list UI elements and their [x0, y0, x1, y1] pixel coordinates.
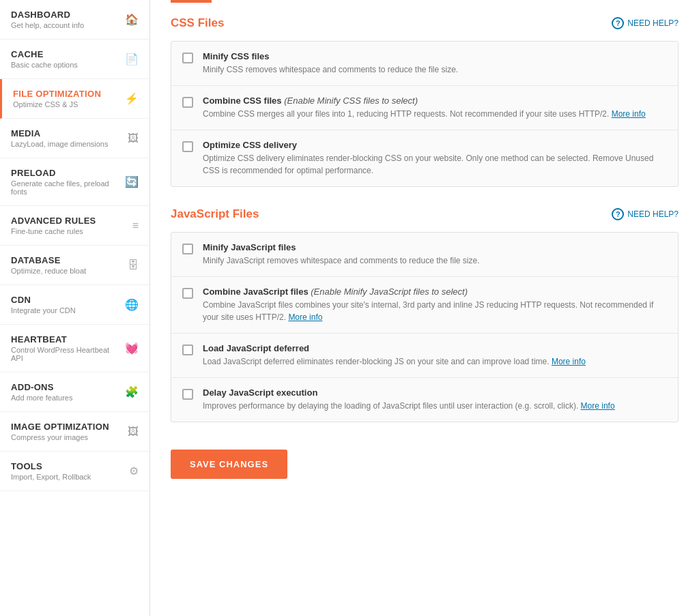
sidebar-icon-preload: 🔄: [125, 175, 139, 188]
sidebar-sub-file-optimization: Optimize CSS & JS: [13, 100, 119, 108]
sidebar-item-media[interactable]: MEDIA LazyLoad, image dimensions 🖼: [0, 119, 149, 158]
sidebar-item-image-optimization[interactable]: IMAGE OPTIMIZATION Compress your images …: [0, 412, 149, 452]
option-row-combine-css: Combine CSS files (Enable Minify CSS fil…: [171, 86, 678, 130]
more-info-link-delay-js[interactable]: More info: [581, 401, 615, 411]
sidebar-title-heartbeat: HEARTBEAT: [11, 334, 119, 344]
more-info-link-combine-css[interactable]: More info: [612, 109, 646, 119]
option-title-combine-css: Combine CSS files (Enable Minify CSS fil…: [203, 96, 646, 106]
css-need-help-link[interactable]: ? NEED HELP?: [612, 17, 679, 29]
option-desc-combine-js: Combine JavaScript files combines your s…: [203, 299, 667, 323]
css-section: CSS Files ? NEED HELP? Minify CSS files …: [171, 16, 679, 187]
sidebar-title-media: MEDIA: [11, 128, 122, 138]
main-content: CSS Files ? NEED HELP? Minify CSS files …: [150, 0, 699, 616]
sidebar-sub-database: Optimize, reduce bloat: [11, 267, 122, 275]
option-title-minify-js: Minify JavaScript files: [203, 242, 480, 252]
more-info-link-combine-js[interactable]: More info: [288, 312, 322, 322]
sidebar-title-file-optimization: FILE OPTIMIZATION: [13, 89, 119, 99]
js-section-title: JavaScript Files: [171, 207, 259, 221]
sidebar-item-dashboard[interactable]: DASHBOARD Get help, account info 🏠: [0, 0, 149, 40]
more-info-link-load-js-deferred[interactable]: More info: [552, 357, 586, 366]
option-row-delay-js: Delay JavaScript execution Improves perf…: [171, 378, 678, 422]
sidebar-title-cdn: CDN: [11, 295, 119, 305]
js-section: JavaScript Files ? NEED HELP? Minify Jav…: [171, 207, 679, 422]
option-desc-optimize-css-delivery: Optimize CSS delivery eliminates render-…: [203, 152, 667, 177]
sidebar-item-file-optimization[interactable]: FILE OPTIMIZATION Optimize CSS & JS ⚡: [0, 79, 149, 119]
option-row-load-js-deferred: Load JavaScript deferred Load JavaScript…: [171, 334, 678, 378]
option-desc-delay-js: Improves performance by delaying the loa…: [203, 400, 615, 412]
sidebar-icon-heartbeat: 💓: [125, 342, 139, 355]
sidebar-item-cdn[interactable]: CDN Integrate your CDN 🌐: [0, 285, 149, 325]
sidebar-icon-add-ons: 🧩: [125, 385, 139, 398]
sidebar-sub-preload: Generate cache files, preload fonts: [11, 179, 119, 196]
sidebar-item-heartbeat[interactable]: HEARTBEAT Control WordPress Heartbeat AP…: [0, 325, 149, 372]
need-help-icon: ?: [612, 17, 624, 29]
checkbox-delay-js[interactable]: [182, 389, 193, 400]
sidebar-sub-media: LazyLoad, image dimensions: [11, 140, 122, 148]
sidebar-icon-dashboard: 🏠: [125, 13, 139, 26]
sidebar-title-add-ons: ADD-ONS: [11, 382, 119, 392]
sidebar-title-dashboard: DASHBOARD: [11, 10, 119, 20]
js-need-help-label: NEED HELP?: [627, 209, 679, 219]
sidebar-icon-advanced-rules: ≡: [132, 220, 139, 232]
sidebar-title-cache: CACHE: [11, 49, 119, 59]
sidebar-icon-tools: ⚙: [129, 465, 139, 478]
option-row-minify-css: Minify CSS files Minify CSS removes whit…: [171, 42, 678, 86]
sidebar-sub-heartbeat: Control WordPress Heartbeat API: [11, 346, 119, 362]
sidebar-item-cache[interactable]: CACHE Basic cache options 📄: [0, 40, 149, 79]
checkbox-load-js-deferred[interactable]: [182, 344, 193, 355]
need-help-icon-js: ?: [612, 208, 624, 220]
sidebar-item-database[interactable]: DATABASE Optimize, reduce bloat 🗄: [0, 246, 149, 285]
sidebar-sub-image-optimization: Compress your images: [11, 433, 122, 441]
checkbox-optimize-css-delivery[interactable]: [182, 141, 193, 152]
sidebar-icon-image-optimization: 🖼: [128, 426, 139, 438]
sidebar-title-image-optimization: IMAGE OPTIMIZATION: [11, 422, 122, 432]
sidebar-item-advanced-rules[interactable]: ADVANCED RULES Fine-tune cache rules ≡: [0, 206, 149, 246]
css-section-title: CSS Files: [171, 16, 224, 30]
sidebar-title-advanced-rules: ADVANCED RULES: [11, 216, 127, 226]
sidebar-sub-cdn: Integrate your CDN: [11, 306, 119, 314]
checkbox-combine-js[interactable]: [182, 288, 193, 299]
js-need-help-link[interactable]: ? NEED HELP?: [612, 208, 679, 220]
sidebar-sub-add-ons: Add more features: [11, 394, 119, 402]
sidebar-title-tools: TOOLS: [11, 461, 124, 471]
option-desc-combine-css: Combine CSS merges all your files into 1…: [203, 108, 646, 120]
sidebar: DASHBOARD Get help, account info 🏠 CACHE…: [0, 0, 150, 616]
option-row-minify-js: Minify JavaScript files Minify JavaScrip…: [171, 233, 678, 277]
checkbox-minify-css[interactable]: [182, 53, 193, 63]
option-desc-load-js-deferred: Load JavaScript deferred eliminates rend…: [203, 355, 586, 368]
save-changes-button[interactable]: SAVE CHANGES: [171, 450, 287, 479]
option-desc-minify-js: Minify JavaScript removes whitespace and…: [203, 254, 480, 267]
option-title-optimize-css-delivery: Optimize CSS delivery: [203, 140, 667, 150]
option-row-optimize-css-delivery: Optimize CSS delivery Optimize CSS deliv…: [171, 130, 678, 186]
sidebar-item-preload[interactable]: PRELOAD Generate cache files, preload fo…: [0, 158, 149, 206]
js-section-header: JavaScript Files ? NEED HELP?: [171, 207, 679, 221]
sidebar-item-add-ons[interactable]: ADD-ONS Add more features 🧩: [0, 372, 149, 412]
js-options-box: Minify JavaScript files Minify JavaScrip…: [171, 232, 679, 422]
checkbox-minify-js[interactable]: [182, 244, 193, 254]
sidebar-sub-dashboard: Get help, account info: [11, 21, 119, 29]
sidebar-icon-cache: 📄: [125, 53, 139, 65]
sidebar-item-tools[interactable]: TOOLS Import, Export, Rollback ⚙: [0, 452, 149, 491]
css-options-box: Minify CSS files Minify CSS removes whit…: [171, 41, 679, 187]
sidebar-icon-file-optimization: ⚡: [125, 92, 139, 105]
option-row-combine-js: Combine JavaScript files (Enable Minify …: [171, 277, 678, 334]
sidebar-sub-cache: Basic cache options: [11, 61, 119, 69]
sidebar-title-preload: PRELOAD: [11, 168, 119, 178]
css-need-help-label: NEED HELP?: [627, 18, 679, 28]
option-title-load-js-deferred: Load JavaScript deferred: [203, 343, 586, 353]
sidebar-icon-media: 🖼: [128, 132, 139, 145]
option-title-minify-css: Minify CSS files: [203, 51, 458, 61]
sidebar-title-database: DATABASE: [11, 255, 122, 265]
sidebar-icon-database: 🗄: [128, 259, 139, 272]
sidebar-icon-cdn: 🌐: [125, 298, 139, 311]
option-desc-minify-css: Minify CSS removes whitespace and commen…: [203, 63, 458, 76]
option-title-combine-js: Combine JavaScript files (Enable Minify …: [203, 287, 667, 297]
checkbox-combine-css[interactable]: [182, 97, 193, 108]
sidebar-sub-advanced-rules: Fine-tune cache rules: [11, 227, 127, 235]
option-title-delay-js: Delay JavaScript execution: [203, 387, 615, 398]
sidebar-sub-tools: Import, Export, Rollback: [11, 473, 124, 481]
css-section-header: CSS Files ? NEED HELP?: [171, 16, 679, 30]
